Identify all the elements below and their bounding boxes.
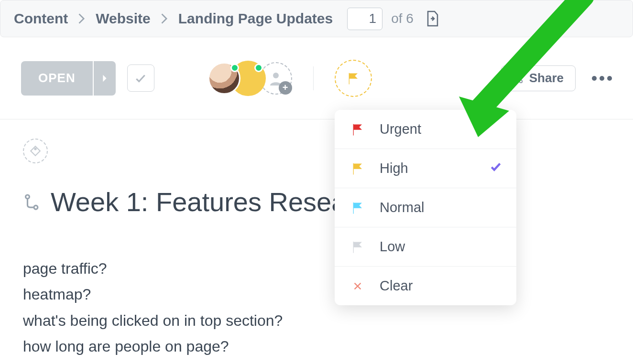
chevron-right-icon <box>78 13 85 24</box>
close-icon <box>349 281 366 291</box>
complete-button[interactable] <box>127 64 154 92</box>
status-caret-button[interactable] <box>94 61 116 96</box>
divider <box>313 66 314 90</box>
priority-option-high[interactable]: High <box>335 149 516 188</box>
page-total-label: of 6 <box>391 11 414 26</box>
task-toolbar: OPEN + Share <box>0 37 633 119</box>
page-number-input[interactable] <box>347 8 382 30</box>
add-tag-button[interactable] <box>23 139 48 163</box>
priority-option-clear[interactable]: Clear <box>335 267 516 305</box>
status-button[interactable]: OPEN <box>21 61 93 96</box>
breadcrumb-item-1[interactable]: Website <box>96 11 150 27</box>
breadcrumb-item-2[interactable]: Landing Page Updates <box>178 11 333 27</box>
status-button-group: OPEN <box>21 61 116 96</box>
flag-icon <box>349 122 366 137</box>
task-description[interactable]: page traffic? heatmap? what's being clic… <box>23 256 610 360</box>
svg-point-4 <box>34 148 36 150</box>
breadcrumb-item-0[interactable]: Content <box>14 11 68 27</box>
breadcrumb-bar: Content Website Landing Page Updates of … <box>0 0 633 37</box>
svg-point-5 <box>26 194 30 198</box>
share-label: Share <box>529 71 564 86</box>
share-button[interactable]: Share <box>501 65 576 91</box>
option-label: Normal <box>380 200 424 215</box>
priority-option-normal[interactable]: Normal <box>335 188 516 227</box>
body-line: page traffic? <box>23 256 610 281</box>
option-label: Urgent <box>380 121 421 137</box>
presence-dot <box>230 64 239 72</box>
flag-icon <box>349 161 366 176</box>
flag-icon <box>349 201 366 215</box>
priority-option-low[interactable]: Low <box>335 227 516 267</box>
svg-point-3 <box>519 80 522 82</box>
next-task-icon[interactable] <box>425 11 439 27</box>
subtask-icon <box>23 193 41 211</box>
flag-icon <box>349 240 366 254</box>
body-line: what's being clicked on in top section? <box>23 308 610 333</box>
chevron-right-icon <box>161 13 168 24</box>
priority-button[interactable] <box>335 60 372 97</box>
assignees: + <box>208 62 292 95</box>
task-content: Week 1: Features Resea page traffic? hea… <box>0 119 633 364</box>
plus-icon: + <box>279 81 292 95</box>
option-label: High <box>380 161 408 176</box>
option-label: Clear <box>380 278 413 294</box>
priority-option-urgent[interactable]: Urgent <box>335 110 516 149</box>
task-title[interactable]: Week 1: Features Resea <box>51 186 346 217</box>
svg-point-6 <box>34 205 38 209</box>
more-menu-button[interactable] <box>592 76 612 81</box>
body-line: heatmap? <box>23 281 610 307</box>
priority-dropdown: Urgent High Normal Low Clear <box>335 110 516 305</box>
check-icon <box>490 161 502 176</box>
presence-dot <box>254 64 263 72</box>
svg-point-2 <box>519 74 522 76</box>
option-label: Low <box>380 239 405 255</box>
svg-point-0 <box>273 73 279 78</box>
svg-point-1 <box>514 77 517 80</box>
avatar[interactable] <box>208 62 240 95</box>
body-line: how long are people on page? <box>23 333 610 359</box>
